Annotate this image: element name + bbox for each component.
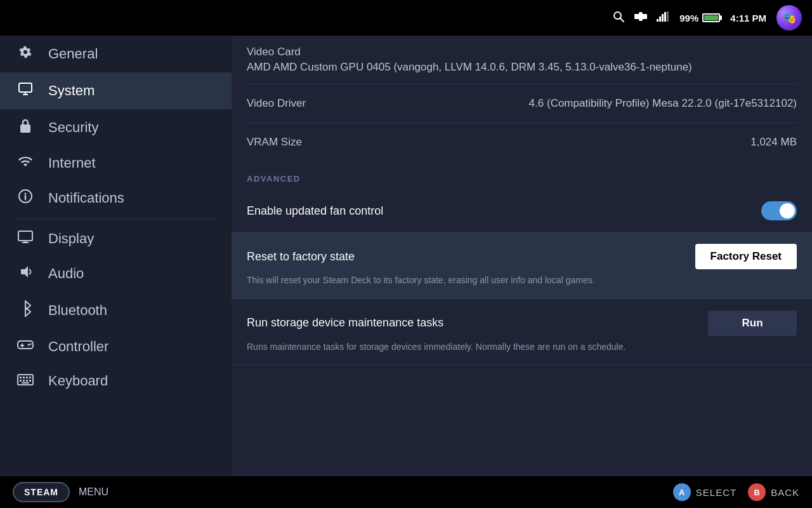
signal-icon	[657, 11, 669, 25]
fan-control-label: Enable updated fan control	[247, 204, 383, 218]
sidebar-item-internet-label: Internet	[48, 155, 96, 171]
sidebar-item-audio-label: Audio	[48, 265, 84, 282]
fan-control-toggle[interactable]	[761, 201, 797, 220]
select-btn-group: A SELECT	[673, 483, 737, 501]
sidebar-item-controller-label: Controller	[48, 338, 108, 355]
avatar-image: 🎭	[776, 5, 802, 30]
sidebar-item-notifications[interactable]: Notifications	[0, 180, 232, 216]
svg-rect-8	[664, 12, 666, 22]
factory-reset-title: Reset to factory state	[247, 250, 355, 264]
b-button-icon[interactable]: B	[748, 483, 766, 501]
search-icon[interactable]	[612, 10, 625, 26]
topbar-icons	[612, 10, 669, 26]
a-button-icon[interactable]: A	[673, 483, 691, 501]
keyboard-icon	[15, 373, 36, 389]
factory-reset-desc: This will reset your Steam Deck to its f…	[247, 274, 797, 287]
sidebar-item-keyboard-label: Keyboard	[48, 373, 108, 389]
sidebar: General System Security	[0, 36, 232, 476]
controller-icon	[15, 338, 36, 355]
wifi-icon	[15, 155, 36, 171]
toggle-thumb	[780, 203, 795, 218]
svg-rect-6	[659, 17, 661, 22]
battery-icon	[702, 13, 720, 22]
svg-rect-5	[657, 19, 658, 22]
svg-point-25	[30, 344, 32, 345]
topbar: 99% 4:11 PM 🎭	[0, 0, 812, 36]
svg-rect-27	[20, 377, 22, 378]
sidebar-item-keyboard[interactable]: Keyboard	[0, 364, 232, 398]
sidebar-item-general[interactable]: General	[0, 36, 232, 72]
factory-reset-row: Reset to factory state Factory Reset Thi…	[232, 232, 812, 299]
bluetooth-icon	[15, 300, 36, 321]
vram-label: VRAM Size	[247, 136, 302, 149]
svg-rect-3	[642, 14, 647, 19]
sidebar-item-controller[interactable]: Controller	[0, 330, 232, 364]
video-driver-value: 4.6 (Compatibility Profile) Mesa 22.2.0 …	[529, 97, 797, 110]
svg-rect-28	[23, 377, 25, 378]
sidebar-item-security-label: Security	[48, 119, 98, 136]
display-icon	[15, 231, 36, 247]
svg-rect-10	[19, 83, 32, 92]
info-section: Video Driver 4.6 (Compatibility Profile)…	[232, 84, 812, 161]
svg-rect-7	[662, 14, 664, 22]
back-label: BACK	[771, 487, 799, 498]
svg-rect-33	[26, 380, 28, 382]
run-button[interactable]: Run	[708, 311, 797, 336]
controller-icon	[634, 11, 648, 25]
svg-point-16	[25, 193, 27, 195]
storage-task-desc: Runs maintenance tasks for storage devic…	[247, 341, 797, 354]
svg-marker-20	[21, 266, 28, 277]
main-content: Video Card AMD AMD Custom GPU 0405 (vang…	[232, 36, 812, 476]
svg-rect-17	[18, 231, 32, 241]
factory-reset-button[interactable]: Factory Reset	[695, 244, 797, 269]
svg-rect-4	[639, 12, 643, 21]
sidebar-item-display-label: Display	[48, 231, 94, 247]
svg-rect-9	[667, 11, 669, 22]
vram-row: VRAM Size 1,024 MB	[247, 123, 797, 161]
svg-point-24	[28, 344, 30, 346]
menu-label: MENU	[79, 486, 108, 498]
video-driver-row: Video Driver 4.6 (Compatibility Profile)…	[247, 84, 797, 123]
toggle-track	[761, 201, 797, 220]
bottombar: STEAM MENU A SELECT B BACK	[0, 476, 812, 508]
sidebar-item-bluetooth-label: Bluetooth	[48, 302, 107, 319]
video-card-value: AMD AMD Custom GPU 0405 (vangogh, LLVM 1…	[247, 61, 797, 84]
sidebar-item-internet[interactable]: Internet	[0, 146, 232, 180]
sidebar-item-display[interactable]: Display	[0, 222, 232, 256]
vram-value: 1,024 MB	[750, 136, 797, 149]
battery-percent-text: 99%	[679, 13, 698, 23]
sidebar-item-bluetooth[interactable]: Bluetooth	[0, 291, 232, 330]
time-display: 4:11 PM	[730, 13, 766, 23]
svg-rect-30	[29, 377, 31, 378]
svg-rect-13	[20, 124, 30, 133]
storage-task-row-top: Run storage device maintenance tasks Run	[247, 311, 797, 336]
video-driver-label: Video Driver	[247, 97, 306, 110]
sidebar-item-system-label: System	[48, 83, 95, 99]
sidebar-item-security[interactable]: Security	[0, 109, 232, 146]
storage-task-row: Run storage device maintenance tasks Run…	[232, 299, 812, 366]
sidebar-item-audio[interactable]: Audio	[0, 256, 232, 291]
advanced-header: ADVANCED	[232, 161, 812, 190]
video-card-label: Video Card	[247, 46, 797, 58]
svg-rect-32	[23, 380, 25, 382]
audio-icon	[15, 265, 36, 283]
video-card-section: Video Card AMD AMD Custom GPU 0405 (vang…	[232, 36, 812, 84]
svg-rect-35	[22, 382, 29, 384]
sidebar-item-general-label: General	[48, 46, 98, 62]
svg-rect-31	[20, 380, 22, 382]
back-btn-group: B BACK	[748, 483, 799, 501]
storage-task-title: Run storage device maintenance tasks	[247, 316, 443, 330]
lock-icon	[15, 118, 36, 137]
info-icon	[15, 189, 36, 207]
steam-button[interactable]: STEAM	[13, 482, 70, 502]
avatar[interactable]: 🎭	[776, 5, 802, 30]
fan-control-row: Enable updated fan control	[232, 190, 812, 232]
battery-section: 99%	[679, 13, 720, 23]
svg-line-1	[620, 18, 624, 22]
gear-icon	[15, 44, 36, 64]
bottom-left: STEAM MENU	[13, 482, 108, 502]
sidebar-item-system[interactable]: System	[0, 72, 232, 109]
bottom-right: A SELECT B BACK	[673, 483, 799, 501]
sidebar-item-notifications-label: Notifications	[48, 190, 124, 206]
select-label: SELECT	[696, 487, 737, 498]
